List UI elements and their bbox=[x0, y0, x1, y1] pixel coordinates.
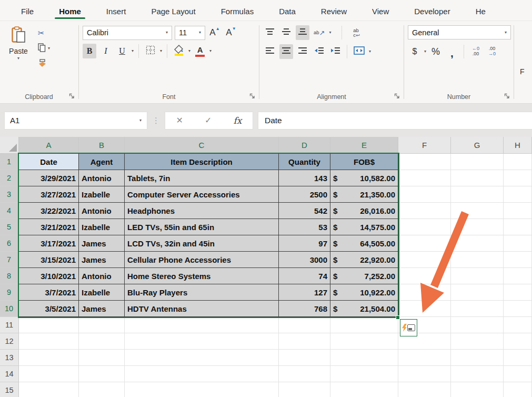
cell-F14[interactable] bbox=[398, 366, 451, 382]
decrease-decimal-button[interactable]: .00→0 bbox=[485, 44, 499, 59]
borders-button[interactable] bbox=[144, 44, 157, 58]
column-header-A[interactable]: A bbox=[19, 137, 79, 154]
decrease-indent-button[interactable] bbox=[312, 44, 326, 59]
font-name-combo[interactable]: Calibri ▾ bbox=[83, 26, 172, 40]
cell-B5[interactable]: Izabelle bbox=[79, 219, 125, 235]
cell-E2[interactable]: $10,582.00 bbox=[330, 170, 398, 186]
cell-A3[interactable]: 3/27/2021 bbox=[19, 186, 79, 203]
cell-A6[interactable]: 3/17/2021 bbox=[19, 235, 79, 252]
cell-H8[interactable] bbox=[504, 268, 532, 284]
cell-E14[interactable] bbox=[330, 366, 398, 382]
cell-G8[interactable] bbox=[451, 268, 504, 284]
copy-dropdown-caret[interactable]: ▾ bbox=[48, 46, 50, 51]
select-all-corner[interactable] bbox=[0, 137, 19, 154]
cell-D11[interactable] bbox=[279, 317, 330, 333]
middle-align-button[interactable] bbox=[279, 25, 293, 40]
row-header-4[interactable]: 4 bbox=[0, 203, 19, 219]
tab-page-layout[interactable]: Page Layout bbox=[138, 2, 208, 21]
cell-C1[interactable]: Item Description bbox=[125, 154, 279, 170]
cell-C10[interactable]: HDTV Antennas bbox=[125, 301, 279, 317]
column-header-G[interactable]: G bbox=[451, 137, 504, 154]
tab-home[interactable]: Home bbox=[46, 2, 94, 21]
number-dialog-launcher[interactable] bbox=[504, 93, 510, 101]
cell-D2[interactable]: 143 bbox=[279, 170, 330, 186]
cell-B13[interactable] bbox=[79, 350, 125, 366]
cell-A5[interactable]: 3/21/2021 bbox=[19, 219, 79, 235]
cell-E4[interactable]: $26,016.00 bbox=[330, 203, 398, 219]
row-header-12[interactable]: 12 bbox=[0, 333, 19, 350]
cell-H15[interactable] bbox=[504, 382, 532, 397]
cell-B3[interactable]: Izabelle bbox=[79, 186, 125, 203]
cut-button[interactable]: ✂ bbox=[38, 27, 50, 39]
borders-dropdown-caret[interactable]: ▾ bbox=[160, 49, 162, 53]
increase-decimal-button[interactable]: ←0.00 bbox=[469, 44, 483, 59]
align-center-button[interactable] bbox=[279, 44, 293, 59]
comma-style-button[interactable]: , bbox=[445, 44, 459, 59]
font-color-dropdown-caret[interactable]: ▾ bbox=[209, 49, 212, 53]
column-header-E[interactable]: E bbox=[330, 137, 398, 154]
selection-fill-handle[interactable] bbox=[396, 315, 400, 320]
column-header-C[interactable]: C bbox=[125, 137, 279, 154]
cell-H3[interactable] bbox=[504, 186, 532, 203]
cell-G2[interactable] bbox=[451, 170, 504, 186]
tab-developer[interactable]: Developer bbox=[401, 2, 463, 21]
cell-G10[interactable] bbox=[451, 301, 504, 317]
formula-bar-handle[interactable]: ⋮ bbox=[152, 116, 160, 125]
cell-C12[interactable] bbox=[125, 333, 279, 350]
cell-D1[interactable]: Quantity bbox=[279, 154, 330, 170]
cell-C6[interactable]: LCD TVs, 32in and 45in bbox=[125, 235, 279, 252]
cell-H10[interactable] bbox=[504, 301, 532, 317]
cell-C7[interactable]: Cellular Phone Accessories bbox=[125, 252, 279, 268]
row-header-13[interactable]: 13 bbox=[0, 350, 19, 366]
row-header-1[interactable]: 1 bbox=[0, 154, 19, 170]
cell-E6[interactable]: $64,505.00 bbox=[330, 235, 398, 252]
cell-B10[interactable]: James bbox=[79, 301, 125, 317]
cell-G3[interactable] bbox=[451, 186, 504, 203]
name-box-caret[interactable]: ▾ bbox=[139, 118, 142, 123]
cell-F10[interactable] bbox=[398, 301, 451, 317]
row-header-7[interactable]: 7 bbox=[0, 252, 19, 268]
cell-H4[interactable] bbox=[504, 203, 532, 219]
tab-data[interactable]: Data bbox=[266, 2, 308, 21]
cell-E13[interactable] bbox=[330, 350, 398, 366]
column-header-H[interactable]: H bbox=[504, 137, 532, 154]
cell-H7[interactable] bbox=[504, 252, 532, 268]
cell-D15[interactable] bbox=[279, 382, 330, 397]
cell-B2[interactable]: Antonio bbox=[79, 170, 125, 186]
cell-E3[interactable]: $21,350.00 bbox=[330, 186, 398, 203]
row-header-5[interactable]: 5 bbox=[0, 219, 19, 235]
cell-C15[interactable] bbox=[125, 382, 279, 397]
cell-H5[interactable] bbox=[504, 219, 532, 235]
cell-D9[interactable]: 127 bbox=[279, 284, 330, 301]
cell-F6[interactable] bbox=[398, 235, 451, 252]
cell-E5[interactable]: $14,575.00 bbox=[330, 219, 398, 235]
cell-G5[interactable] bbox=[451, 219, 504, 235]
cell-D14[interactable] bbox=[279, 366, 330, 382]
cell-C13[interactable] bbox=[125, 350, 279, 366]
cell-F5[interactable] bbox=[398, 219, 451, 235]
enter-button[interactable]: ✓ bbox=[205, 115, 212, 125]
row-header-10[interactable]: 10 bbox=[0, 301, 19, 317]
cell-A1[interactable]: Date bbox=[19, 154, 79, 170]
tab-formulas[interactable]: Formulas bbox=[208, 2, 267, 21]
cell-F13[interactable] bbox=[398, 350, 451, 366]
underline-button[interactable]: U bbox=[115, 44, 129, 58]
cell-A9[interactable]: 3/7/2021 bbox=[19, 284, 79, 301]
cell-E11[interactable] bbox=[330, 317, 398, 333]
bold-button[interactable]: B bbox=[83, 44, 96, 58]
paste-button[interactable]: Paste ▾ bbox=[3, 25, 34, 61]
column-header-B[interactable]: B bbox=[79, 137, 125, 154]
row-header-11[interactable]: 11 bbox=[0, 317, 19, 333]
top-align-button[interactable] bbox=[263, 25, 277, 40]
cell-H2[interactable] bbox=[504, 170, 532, 186]
cell-C5[interactable]: LED TVs, 55in and 65in bbox=[125, 219, 279, 235]
increase-indent-button[interactable] bbox=[328, 44, 342, 59]
cell-H12[interactable] bbox=[504, 333, 532, 350]
percent-style-button[interactable]: % bbox=[429, 44, 443, 59]
column-header-F[interactable]: F bbox=[398, 137, 451, 154]
cell-A14[interactable] bbox=[19, 366, 79, 382]
cell-B9[interactable]: Izabelle bbox=[79, 284, 125, 301]
cell-B4[interactable]: Antonio bbox=[79, 203, 125, 219]
cell-F1[interactable] bbox=[398, 154, 451, 170]
cell-B7[interactable]: James bbox=[79, 252, 125, 268]
